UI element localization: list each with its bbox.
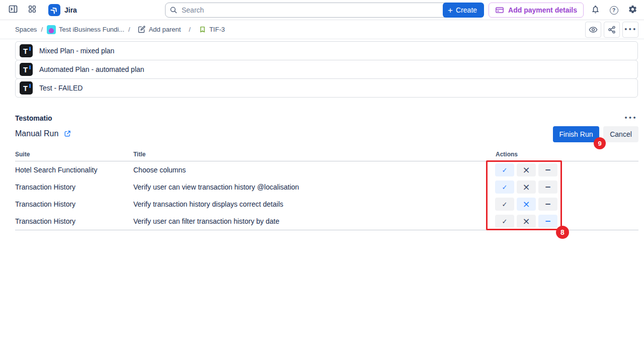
jira-logo-icon[interactable] xyxy=(48,4,60,16)
run-title: Manual Run xyxy=(15,129,58,138)
help-icon: ? xyxy=(610,6,618,15)
space-name: Test iBusiness Fundi... xyxy=(59,26,124,33)
title-cell: Verify user can filter transaction histo… xyxy=(133,217,279,225)
suite-cell: Hotel Search Functionality xyxy=(15,166,97,174)
settings-button[interactable] xyxy=(625,3,639,17)
jira-page: Jira + Create Add pa xyxy=(0,0,644,362)
testomatio-logo-icon: T xyxy=(20,44,33,57)
watch-button[interactable] xyxy=(585,22,601,38)
test-plan-row[interactable]: T Mixed Plan - mixed plan xyxy=(15,41,638,60)
skip-button[interactable]: − xyxy=(538,180,557,194)
create-button[interactable]: + Create xyxy=(443,3,484,18)
test-plan-row[interactable]: T Automated Plan - automated plan xyxy=(15,60,638,79)
title-cell: Choose columns xyxy=(133,166,186,174)
page-more-button[interactable]: ••• xyxy=(622,22,638,38)
share-button[interactable] xyxy=(604,22,620,38)
actions-cell: ✓ × − xyxy=(495,215,557,228)
test-plan-row[interactable]: T Test - FAILED xyxy=(15,78,638,98)
section-title: Testomatio xyxy=(15,114,52,122)
table-row: Transaction History Verify user can filt… xyxy=(15,213,638,230)
more-horizontal-icon: ••• xyxy=(624,115,637,121)
finish-run-button[interactable]: Finish Run xyxy=(553,126,599,142)
credit-card-icon xyxy=(495,6,504,15)
pass-button[interactable]: ✓ xyxy=(495,180,514,194)
external-link-icon[interactable] xyxy=(63,130,71,138)
eye-icon xyxy=(589,25,598,34)
add-parent-label: Add parent xyxy=(149,26,181,33)
actions-cell: ✓ × − xyxy=(495,163,557,176)
breadcrumb-spaces[interactable]: Spaces xyxy=(15,26,37,33)
panel-toggle-icon xyxy=(8,4,18,16)
search-input[interactable] xyxy=(165,3,452,18)
breadcrumb-issue[interactable]: TIF-3 xyxy=(199,26,225,33)
breadcrumb-bar: Spaces / Test iBusiness Fundi... / Add p… xyxy=(0,20,644,39)
fail-button[interactable]: × xyxy=(517,198,536,211)
column-header-suite: Suite xyxy=(15,151,30,158)
skip-button[interactable]: − xyxy=(538,215,557,228)
breadcrumb-separator: / xyxy=(41,26,43,33)
issue-key: TIF-3 xyxy=(209,26,225,33)
column-header-actions: Actions xyxy=(496,151,518,158)
help-button[interactable]: ? xyxy=(607,3,621,17)
testomatio-logo-icon: T xyxy=(20,81,33,95)
pass-button[interactable]: ✓ xyxy=(495,215,514,228)
skip-button[interactable]: − xyxy=(538,163,557,176)
app-name: Jira xyxy=(64,6,77,14)
breadcrumb-space[interactable]: Test iBusiness Fundi... xyxy=(47,25,124,34)
test-plan-label: Automated Plan - automated plan xyxy=(39,65,144,73)
title-cell: Verify transaction history displays corr… xyxy=(133,200,283,208)
add-payment-details-label: Add payment details xyxy=(508,6,577,14)
column-header-title: Title xyxy=(133,151,145,158)
top-nav: Jira + Create Add pa xyxy=(0,0,644,20)
plus-icon: + xyxy=(448,6,453,15)
table-row: Transaction History Verify user can view… xyxy=(15,178,638,196)
section-more-button[interactable]: ••• xyxy=(624,114,637,121)
fail-button[interactable]: × xyxy=(517,215,536,228)
skip-button[interactable]: − xyxy=(538,198,557,211)
topbar-actions: + Create Add payment details xyxy=(443,3,639,18)
app-grid-icon xyxy=(28,5,37,15)
space-avatar xyxy=(47,25,56,34)
test-plan-label: Mixed Plan - mixed plan xyxy=(39,47,114,55)
edit-icon xyxy=(137,25,146,34)
test-run-table: Suite Title Actions Hotel Search Functio… xyxy=(15,151,638,230)
fail-button[interactable]: × xyxy=(517,163,536,176)
suite-cell: Transaction History xyxy=(15,200,75,208)
breadcrumb-separator: / xyxy=(128,26,130,33)
search-bar xyxy=(165,3,452,18)
app-switcher-button[interactable] xyxy=(25,3,39,17)
page-actions: ••• xyxy=(585,22,638,38)
add-payment-details-button[interactable]: Add payment details xyxy=(489,3,584,18)
table-header-row: Suite Title Actions xyxy=(15,151,638,161)
search-icon xyxy=(170,6,178,14)
add-parent-button[interactable]: Add parent xyxy=(137,25,181,34)
cancel-button[interactable]: Cancel xyxy=(603,126,638,142)
actions-cell: ✓ × − xyxy=(495,198,557,211)
title-cell: Verify user can view transaction history… xyxy=(133,183,299,191)
share-icon xyxy=(607,25,616,34)
suite-cell: Transaction History xyxy=(15,183,75,191)
create-button-label: Create xyxy=(456,6,477,14)
sidebar-toggle-button[interactable] xyxy=(6,3,20,17)
bookmark-icon xyxy=(199,26,206,33)
pass-button[interactable]: ✓ xyxy=(495,163,514,176)
table-row: Hotel Search Functionality Choose column… xyxy=(15,161,638,178)
more-horizontal-icon: ••• xyxy=(624,27,637,32)
test-plan-label: Test - FAILED xyxy=(39,84,83,92)
bell-icon xyxy=(591,5,600,16)
run-title-row: Manual Run xyxy=(15,129,71,138)
pass-button[interactable]: ✓ xyxy=(495,198,514,211)
notifications-button[interactable] xyxy=(588,3,602,17)
gear-icon xyxy=(628,5,637,16)
actions-cell: ✓ × − xyxy=(495,180,557,194)
breadcrumb-separator: / xyxy=(189,26,191,33)
table-row: Transaction History Verify transaction h… xyxy=(15,196,638,213)
suite-cell: Transaction History xyxy=(15,217,75,225)
testomatio-logo-icon: T xyxy=(20,63,33,76)
test-plan-list: T Mixed Plan - mixed plan T Automated Pl… xyxy=(15,41,638,98)
fail-button[interactable]: × xyxy=(517,180,536,194)
